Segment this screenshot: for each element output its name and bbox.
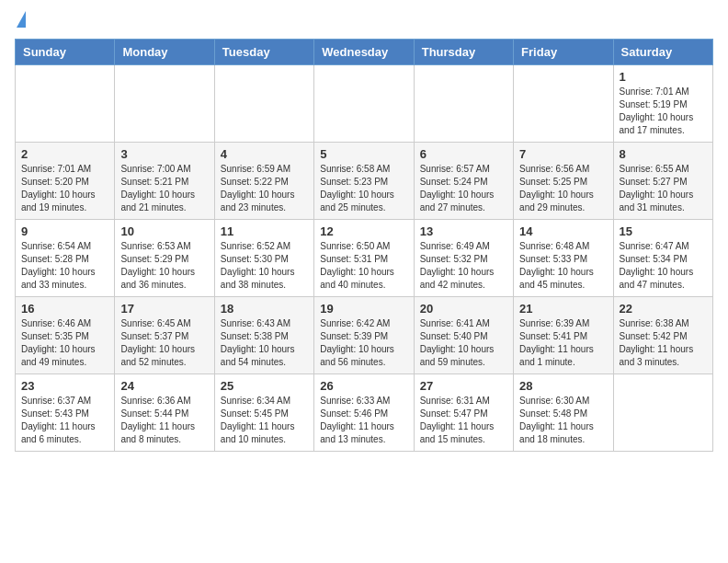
weekday-header-thursday: Thursday (414, 40, 513, 65)
day-number: 12 (320, 224, 407, 238)
calendar-cell: 21Sunrise: 6:39 AM Sunset: 5:41 PM Dayli… (514, 297, 613, 374)
weekday-header-monday: Monday (115, 40, 214, 65)
day-number: 15 (620, 224, 707, 238)
calendar-week-4: 16Sunrise: 6:46 AM Sunset: 5:35 PM Dayli… (16, 297, 713, 374)
day-info: Sunrise: 6:34 AM Sunset: 5:45 PM Dayligh… (221, 395, 308, 446)
weekday-header-row: SundayMondayTuesdayWednesdayThursdayFrid… (16, 40, 713, 65)
day-info: Sunrise: 6:58 AM Sunset: 5:23 PM Dayligh… (320, 163, 407, 214)
calendar-cell: 4Sunrise: 6:59 AM Sunset: 5:22 PM Daylig… (214, 143, 313, 220)
calendar-cell: 9Sunrise: 6:54 AM Sunset: 5:28 PM Daylig… (16, 220, 115, 297)
calendar-cell: 1Sunrise: 7:01 AM Sunset: 5:19 PM Daylig… (613, 65, 712, 143)
day-info: Sunrise: 6:56 AM Sunset: 5:25 PM Dayligh… (519, 163, 607, 214)
calendar-cell: 7Sunrise: 6:56 AM Sunset: 5:25 PM Daylig… (514, 143, 613, 220)
calendar-cell: 13Sunrise: 6:49 AM Sunset: 5:32 PM Dayli… (414, 220, 513, 297)
day-number: 9 (21, 224, 108, 238)
day-number: 19 (320, 302, 407, 316)
day-number: 28 (519, 379, 607, 393)
calendar-table: SundayMondayTuesdayWednesdayThursdayFrid… (15, 39, 713, 452)
page-header (15, 15, 713, 28)
day-info: Sunrise: 6:31 AM Sunset: 5:47 PM Dayligh… (420, 395, 507, 446)
calendar-cell: 12Sunrise: 6:50 AM Sunset: 5:31 PM Dayli… (314, 220, 414, 297)
calendar-cell: 26Sunrise: 6:33 AM Sunset: 5:46 PM Dayli… (314, 374, 414, 452)
day-number: 24 (120, 379, 208, 393)
day-info: Sunrise: 6:39 AM Sunset: 5:41 PM Dayligh… (519, 317, 607, 369)
calendar-cell: 25Sunrise: 6:34 AM Sunset: 5:45 PM Dayli… (214, 374, 313, 452)
calendar-cell: 16Sunrise: 6:46 AM Sunset: 5:35 PM Dayli… (16, 297, 115, 374)
day-number: 14 (519, 224, 607, 238)
weekday-header-friday: Friday (514, 40, 613, 65)
day-number: 6 (420, 147, 507, 161)
day-number: 13 (420, 224, 507, 238)
day-number: 8 (620, 147, 707, 161)
calendar-cell (314, 65, 414, 143)
calendar-week-5: 23Sunrise: 6:37 AM Sunset: 5:43 PM Dayli… (16, 374, 713, 452)
calendar-cell: 17Sunrise: 6:45 AM Sunset: 5:37 PM Dayli… (115, 297, 214, 374)
day-info: Sunrise: 6:37 AM Sunset: 5:43 PM Dayligh… (21, 395, 108, 446)
day-info: Sunrise: 7:01 AM Sunset: 5:19 PM Dayligh… (620, 86, 707, 137)
calendar-cell: 27Sunrise: 6:31 AM Sunset: 5:47 PM Dayli… (414, 374, 513, 452)
calendar-cell: 10Sunrise: 6:53 AM Sunset: 5:29 PM Dayli… (115, 220, 214, 297)
calendar-week-1: 1Sunrise: 7:01 AM Sunset: 5:19 PM Daylig… (16, 65, 713, 143)
day-number: 16 (21, 302, 108, 316)
day-number: 23 (21, 379, 108, 393)
calendar-cell: 5Sunrise: 6:58 AM Sunset: 5:23 PM Daylig… (314, 143, 414, 220)
calendar-header: SundayMondayTuesdayWednesdayThursdayFrid… (16, 40, 713, 65)
day-info: Sunrise: 6:45 AM Sunset: 5:37 PM Dayligh… (120, 317, 208, 369)
calendar-cell: 2Sunrise: 7:01 AM Sunset: 5:20 PM Daylig… (16, 143, 115, 220)
calendar-cell (16, 65, 115, 143)
day-number: 4 (221, 147, 308, 161)
calendar-cell: 11Sunrise: 6:52 AM Sunset: 5:30 PM Dayli… (214, 220, 313, 297)
calendar-cell: 3Sunrise: 7:00 AM Sunset: 5:21 PM Daylig… (115, 143, 214, 220)
calendar-cell: 19Sunrise: 6:42 AM Sunset: 5:39 PM Dayli… (314, 297, 414, 374)
day-info: Sunrise: 6:57 AM Sunset: 5:24 PM Dayligh… (420, 163, 507, 214)
day-number: 5 (320, 147, 407, 161)
calendar-cell: 20Sunrise: 6:41 AM Sunset: 5:40 PM Dayli… (414, 297, 513, 374)
day-info: Sunrise: 6:54 AM Sunset: 5:28 PM Dayligh… (21, 240, 108, 292)
day-info: Sunrise: 6:49 AM Sunset: 5:32 PM Dayligh… (420, 240, 507, 292)
calendar-week-2: 2Sunrise: 7:01 AM Sunset: 5:20 PM Daylig… (16, 143, 713, 220)
day-info: Sunrise: 6:33 AM Sunset: 5:46 PM Dayligh… (320, 395, 407, 446)
weekday-header-wednesday: Wednesday (314, 40, 414, 65)
day-info: Sunrise: 6:36 AM Sunset: 5:44 PM Dayligh… (120, 395, 208, 446)
day-number: 21 (519, 302, 607, 316)
day-info: Sunrise: 6:38 AM Sunset: 5:42 PM Dayligh… (620, 317, 707, 369)
calendar-cell (115, 65, 214, 143)
calendar-body: 1Sunrise: 7:01 AM Sunset: 5:19 PM Daylig… (16, 65, 713, 452)
calendar-cell: 28Sunrise: 6:30 AM Sunset: 5:48 PM Dayli… (514, 374, 613, 452)
day-number: 27 (420, 379, 507, 393)
calendar-cell (514, 65, 613, 143)
calendar-cell: 6Sunrise: 6:57 AM Sunset: 5:24 PM Daylig… (414, 143, 513, 220)
day-number: 22 (620, 302, 707, 316)
calendar-cell: 23Sunrise: 6:37 AM Sunset: 5:43 PM Dayli… (16, 374, 115, 452)
weekday-header-sunday: Sunday (16, 40, 115, 65)
calendar-cell: 15Sunrise: 6:47 AM Sunset: 5:34 PM Dayli… (613, 220, 712, 297)
day-info: Sunrise: 6:55 AM Sunset: 5:27 PM Dayligh… (620, 163, 707, 214)
day-number: 10 (120, 224, 208, 238)
calendar-cell (214, 65, 313, 143)
calendar-cell: 18Sunrise: 6:43 AM Sunset: 5:38 PM Dayli… (214, 297, 313, 374)
calendar-cell: 22Sunrise: 6:38 AM Sunset: 5:42 PM Dayli… (613, 297, 712, 374)
day-info: Sunrise: 6:41 AM Sunset: 5:40 PM Dayligh… (420, 317, 507, 369)
day-info: Sunrise: 6:48 AM Sunset: 5:33 PM Dayligh… (519, 240, 607, 292)
day-info: Sunrise: 6:42 AM Sunset: 5:39 PM Dayligh… (320, 317, 407, 369)
day-number: 7 (519, 147, 607, 161)
calendar-cell (613, 374, 712, 452)
calendar-cell: 8Sunrise: 6:55 AM Sunset: 5:27 PM Daylig… (613, 143, 712, 220)
day-number: 3 (120, 147, 208, 161)
weekday-header-saturday: Saturday (613, 40, 712, 65)
weekday-header-tuesday: Tuesday (214, 40, 313, 65)
day-info: Sunrise: 7:00 AM Sunset: 5:21 PM Dayligh… (120, 163, 208, 214)
day-number: 20 (420, 302, 507, 316)
calendar-cell: 24Sunrise: 6:36 AM Sunset: 5:44 PM Dayli… (115, 374, 214, 452)
day-number: 18 (221, 302, 308, 316)
day-number: 26 (320, 379, 407, 393)
day-info: Sunrise: 6:53 AM Sunset: 5:29 PM Dayligh… (120, 240, 208, 292)
day-info: Sunrise: 6:52 AM Sunset: 5:30 PM Dayligh… (221, 240, 308, 292)
calendar-cell (414, 65, 513, 143)
calendar-week-3: 9Sunrise: 6:54 AM Sunset: 5:28 PM Daylig… (16, 220, 713, 297)
logo (15, 15, 26, 28)
day-info: Sunrise: 7:01 AM Sunset: 5:20 PM Dayligh… (21, 163, 108, 214)
day-info: Sunrise: 6:46 AM Sunset: 5:35 PM Dayligh… (21, 317, 108, 369)
day-number: 17 (120, 302, 208, 316)
day-number: 11 (221, 224, 308, 238)
